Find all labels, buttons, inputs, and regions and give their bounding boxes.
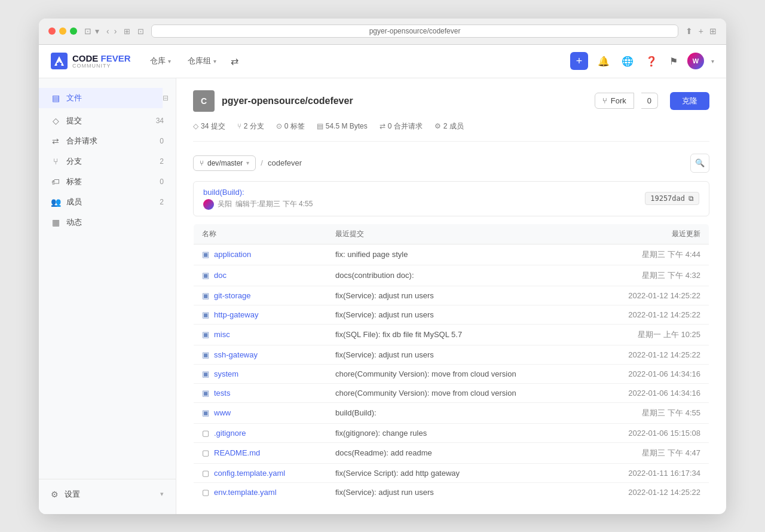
logo[interactable]: CODE FEVER COMMUNITY	[51, 53, 131, 69]
sidebar-item-members[interactable]: 👥 成员 2	[39, 192, 176, 212]
folder-icon: ▣	[202, 310, 209, 319]
sidebar-item-settings[interactable]: ⚙ 设置 ▾	[39, 484, 176, 505]
sidebar-item-merge[interactable]: ⇄ 合并请求 0	[39, 131, 176, 151]
file-name-text[interactable]: ssh-gateway	[214, 350, 258, 359]
flag-button[interactable]: ⚑	[667, 53, 680, 69]
file-name[interactable]: ▢ README.md	[202, 448, 319, 457]
share-icon[interactable]: ⬆	[686, 26, 693, 36]
file-name[interactable]: ▣ www	[202, 408, 319, 417]
stat-members: ⚙ 2 成员	[434, 121, 464, 132]
file-name-cell: ▣ ssh-gateway	[194, 345, 327, 364]
branch-selector-chevron: ▾	[246, 160, 249, 166]
file-name-text[interactable]: tests	[214, 389, 230, 398]
file-name-text[interactable]: config.template.yaml	[214, 469, 285, 478]
file-name[interactable]: ▣ doc	[202, 271, 319, 280]
language-button[interactable]: 🌐	[619, 53, 636, 69]
file-name[interactable]: ▣ system	[202, 369, 319, 378]
back-icon[interactable]: ‹	[106, 26, 109, 36]
sidebar-activity-label: 动态	[66, 217, 164, 228]
sidebar-collapse-icon[interactable]: ⊟	[163, 94, 176, 102]
search-button[interactable]: 🔍	[690, 154, 709, 173]
create-button[interactable]: +	[570, 52, 588, 70]
close-dot[interactable]	[48, 27, 56, 35]
folder-icon: ▣	[202, 250, 209, 259]
maximize-dot[interactable]	[70, 27, 77, 35]
help-button[interactable]: ❓	[643, 53, 660, 69]
branch-bar: ⑂ dev/master ▾ / codefever 🔍	[193, 154, 709, 173]
file-name-text[interactable]: README.md	[214, 448, 260, 457]
fork-button[interactable]: ⑂ Fork	[595, 93, 634, 109]
top-nav-actions: + 🔔 🌐 ❓ ⚑ W ▾	[570, 52, 714, 70]
table-row: ▢ env.template.yaml fix(Service): adjust…	[194, 482, 709, 502]
minimize-dot[interactable]	[59, 27, 66, 35]
file-name[interactable]: ▣ tests	[202, 389, 319, 398]
file-name[interactable]: ▣ misc	[202, 330, 319, 339]
file-name-text[interactable]: misc	[214, 330, 230, 339]
file-name[interactable]: ▣ application	[202, 250, 319, 259]
file-commit-cell: docs(contribution doc):	[327, 265, 590, 286]
nav-repo-group[interactable]: 仓库组 ▾	[180, 52, 224, 70]
tab-icon[interactable]: ⊞	[124, 27, 130, 36]
file-icon: ▢	[202, 448, 209, 457]
file-time-cell: 2022-01-06 14:34:16	[590, 364, 709, 383]
merge-icon: ⇄	[51, 136, 60, 146]
file-icon: ▢	[202, 429, 209, 438]
sidebar-item-files[interactable]: ▤ 文件	[39, 88, 163, 108]
avatar-chevron[interactable]: ▾	[711, 58, 714, 65]
grid-icon[interactable]: ⊞	[709, 26, 717, 36]
logo-text: CODE FEVER COMMUNITY	[72, 54, 131, 69]
files-icon: ▤	[51, 93, 60, 103]
repo-stats: ◇ 34 提交 ⑂ 2 分支 ⊙ 0 标签 ▤ 54.5 M Bytes	[193, 121, 709, 142]
commits-icon: ◇	[51, 116, 60, 126]
file-time-cell: 星期三 下午 4:32	[590, 265, 709, 286]
file-time-cell: 星期三 下午 4:55	[590, 402, 709, 423]
file-name-text[interactable]: system	[214, 369, 238, 378]
svg-rect-2	[57, 63, 62, 65]
nav-repo[interactable]: 仓库 ▾	[143, 52, 178, 70]
address-bar[interactable]: pgyer-opensource/codefever	[151, 25, 678, 38]
sidebar-item-branches[interactable]: ⑂ 分支 2	[39, 151, 176, 172]
file-name-text[interactable]: http-gateway	[214, 310, 258, 319]
sidebar-members-label: 成员	[66, 197, 154, 207]
nav-pr[interactable]: ⇄	[226, 52, 243, 71]
file-name-text[interactable]: doc	[214, 271, 227, 280]
sidebar-item-activity[interactable]: ▦ 动态	[39, 212, 176, 233]
sidebar-item-commits[interactable]: ◇ 提交 34	[39, 111, 176, 131]
file-name[interactable]: ▣ ssh-gateway	[202, 350, 319, 359]
stat-tags: ⊙ 0 标签	[276, 121, 305, 132]
file-name-text[interactable]: application	[214, 250, 251, 259]
sidebar-toggle-icon[interactable]: ⊡	[84, 26, 91, 36]
stat-pr-value: 0 合并请求	[388, 121, 423, 132]
col-name-header: 名称	[194, 224, 327, 244]
commit-hash-value: 19257dad	[650, 194, 685, 203]
file-name[interactable]: ▢ config.template.yaml	[202, 469, 319, 478]
file-name[interactable]: ▢ env.template.yaml	[202, 488, 319, 497]
file-commit-cell: chore(Community Version): move from clou…	[327, 364, 590, 383]
branch-selector[interactable]: ⑂ dev/master ▾	[193, 155, 256, 171]
file-name-text[interactable]: git-storage	[214, 291, 250, 300]
file-name[interactable]: ▢ .gitignore	[202, 429, 319, 438]
file-name-text[interactable]: www	[214, 408, 231, 417]
new-tab-icon[interactable]: +	[699, 26, 703, 36]
search-icon: 🔍	[695, 158, 705, 167]
browser-actions: ⬆ + ⊞	[686, 26, 717, 36]
file-name-text[interactable]: env.template.yaml	[214, 488, 277, 497]
stat-commits-value: 34 提交	[201, 121, 225, 132]
file-name[interactable]: ▣ http-gateway	[202, 310, 319, 319]
clone-button[interactable]: 克隆	[670, 92, 709, 110]
file-icon: ▢	[202, 469, 209, 478]
file-commit-cell: fix(SQL File): fix db file fit MySQL 5.7	[327, 324, 590, 345]
forward-icon[interactable]: ›	[114, 26, 117, 36]
file-commit-cell: build(Build):	[327, 402, 590, 423]
path-separator: /	[261, 158, 263, 167]
commit-message-link[interactable]: build(Build):	[203, 188, 244, 197]
file-name[interactable]: ▣ git-storage	[202, 291, 319, 300]
notification-button[interactable]: 🔔	[595, 53, 612, 69]
copy-icon[interactable]: ⧉	[688, 194, 694, 203]
sidebar-item-tags[interactable]: 🏷 标签 0	[39, 172, 176, 192]
file-name-text[interactable]: .gitignore	[214, 429, 246, 438]
file-time-cell: 星期三 下午 4:44	[590, 244, 709, 265]
avatar[interactable]: W	[687, 53, 704, 69]
stat-pr: ⇄ 0 合并请求	[380, 121, 423, 132]
sidebar: ▤ 文件 ⊟ ◇ 提交 34 ⇄ 合并请求 0 ⑂ 分支	[39, 78, 176, 514]
